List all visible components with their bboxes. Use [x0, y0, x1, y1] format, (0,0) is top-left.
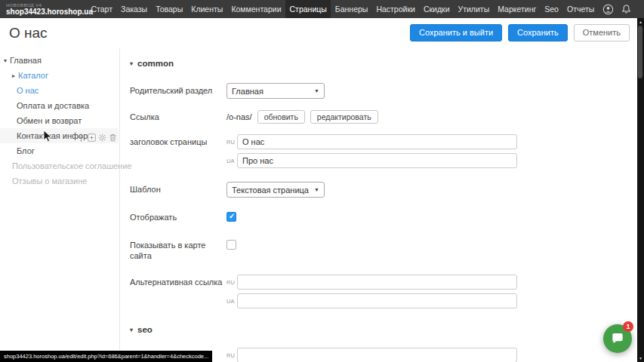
menu-item-reports[interactable]: Отчеты [562, 0, 598, 18]
field-label: Альтернативная ссылка [130, 275, 226, 308]
field-label: Родительский раздел [130, 83, 226, 99]
gear-icon[interactable] [98, 131, 106, 140]
sidebar-item-label: О нас [17, 86, 39, 95]
parent-section-select[interactable]: Главная ▼ [226, 83, 325, 99]
section-collapse-icon[interactable]: ▾ [130, 60, 133, 67]
html-title-input-ru[interactable] [237, 348, 517, 362]
main-menu: Старт Заказы Товары Клиенты Комментарии … [87, 0, 599, 18]
field-label: Ссылка [130, 109, 226, 124]
sidebar-item-contact-info[interactable]: Контактная инфор [0, 128, 119, 143]
sidebar-item-catalog[interactable]: ▸Каталог [0, 68, 119, 83]
chevron-down-icon: ▼ [314, 187, 319, 192]
topbar-icons [602, 4, 644, 15]
sidebar-item-label: Главная [10, 56, 42, 65]
page-title-input-ua[interactable] [237, 153, 517, 168]
section-common[interactable]: ▾common [130, 59, 637, 68]
menu-item-pages[interactable]: Страницы [285, 0, 331, 18]
chevron-down-icon: ▼ [314, 88, 319, 94]
sidebar-item-label: Пользовательское соглашение [12, 161, 131, 170]
header-actions: Сохранить и выйти Сохранить Отменить [410, 24, 630, 41]
scrollbar[interactable]: ▲ ▼ [637, 18, 644, 362]
page-title: О нас [9, 25, 48, 41]
alt-link-input-ua[interactable] [237, 293, 517, 308]
sidebar-item-payment-delivery[interactable]: Оплата и доставка [0, 98, 119, 113]
lang-ru-label: RU [226, 352, 235, 359]
lang-ru-label: RU [226, 139, 235, 146]
chevron-right-icon[interactable]: ▸ [12, 69, 15, 84]
sidebar-item-label: Обмен и возврат [17, 116, 82, 125]
link-row: Ссылка /o-nas/ обновить редактировать [130, 109, 637, 124]
row-tools [75, 131, 117, 140]
page-title-input-ru[interactable] [237, 134, 517, 149]
topbar: НОВОВВОД V4 shop34423.horoshop.ua Старт … [0, 0, 644, 18]
sidebar-item-blog[interactable]: Блог [0, 143, 119, 158]
section-collapse-icon[interactable]: ▾ [130, 327, 133, 333]
update-link-button[interactable]: обновить [257, 110, 305, 124]
move-icon[interactable] [77, 131, 85, 140]
trash-icon[interactable] [109, 131, 117, 140]
menu-item-settings[interactable]: Настройки [372, 0, 420, 18]
scrollbar-thumb[interactable] [638, 26, 642, 78]
scroll-up-icon[interactable]: ▲ [639, 20, 642, 24]
section-seo[interactable]: ▾seo [130, 325, 637, 334]
menu-item-comments[interactable]: Комментарии [227, 0, 285, 18]
notifications-bell-icon[interactable] [621, 4, 632, 15]
pages-tree-sidebar: ▾Главная ▸Каталог О нас Оплата и доставк… [0, 48, 119, 362]
selected-value: Главная [232, 87, 263, 96]
menu-item-start[interactable]: Старт [87, 0, 117, 18]
display-checkbox[interactable] [226, 212, 236, 222]
add-page-icon[interactable] [88, 131, 96, 140]
brand-domain: shop34423.horoshop.ua [6, 8, 87, 16]
sidebar-item-label: Каталог [18, 71, 48, 80]
parent-section-row: Родительский раздел Главная ▼ [130, 83, 637, 99]
field-label: Отображать [130, 210, 226, 223]
edit-link-button[interactable]: редактировать [310, 110, 378, 124]
sidebar-item-label: Оплата и доставка [17, 101, 89, 110]
page-title-row: заголовок страницы RU UA [130, 134, 637, 168]
menu-item-seo[interactable]: Seo [541, 0, 563, 18]
chat-widget-button[interactable]: 1 [603, 324, 632, 353]
section-title: common [137, 59, 174, 68]
sidebar-item-exchange-return[interactable]: Обмен и возврат [0, 113, 119, 128]
selected-value: Текстовая страница [232, 186, 309, 195]
menu-item-discounts[interactable]: Скидки [419, 0, 454, 18]
field-label: Шаблон [130, 182, 226, 198]
menu-item-products[interactable]: Товары [152, 0, 187, 18]
scroll-down-icon[interactable]: ▼ [639, 356, 642, 360]
field-label: Показывать в карте сайта [130, 238, 226, 262]
menu-item-orders[interactable]: Заказы [117, 0, 152, 18]
lang-ru-label: RU [226, 279, 235, 286]
alt-link-row: Альтернативная ссылка RU UA [130, 275, 637, 308]
menu-item-marketing[interactable]: Маркетинг [494, 0, 541, 18]
alt-link-input-ru[interactable] [237, 275, 517, 290]
page-edit-form: ▾common Родительский раздел Главная ▼ Сс… [119, 48, 637, 362]
menu-item-utilities[interactable]: Утилиты [454, 0, 494, 18]
brand-version-label: НОВОВВОД V4 [6, 3, 87, 8]
chat-unread-badge: 1 [623, 321, 633, 332]
save-button[interactable]: Сохранить [508, 24, 568, 41]
menu-item-banners[interactable]: Баннеры [331, 0, 372, 18]
sitemap-checkbox[interactable] [226, 240, 236, 250]
template-row: Шаблон Текстовая страница ▼ [130, 182, 637, 198]
template-select[interactable]: Текстовая страница ▼ [226, 182, 325, 198]
sidebar-item-about[interactable]: О нас [0, 83, 119, 98]
field-label: заголовок страницы [130, 134, 226, 168]
page-header: О нас Сохранить и выйти Сохранить Отмени… [0, 18, 637, 48]
lang-ua-label: UA [226, 158, 235, 164]
sidebar-item-label: Отзывы о магазине [12, 176, 87, 186]
account-icon[interactable] [602, 4, 614, 15]
browser-status-url: shop34423.horoshop.ua/edit/edit.php?id=6… [0, 351, 212, 362]
brand-block[interactable]: НОВОВВОД V4 shop34423.horoshop.ua [0, 3, 87, 16]
chat-icon [610, 331, 625, 346]
save-and-exit-button[interactable]: Сохранить и выйти [410, 24, 502, 41]
sidebar-item-user-agreement[interactable]: Пользовательское соглашение [0, 158, 119, 173]
link-value: /o-nas/ [226, 112, 252, 121]
cancel-button[interactable]: Отменить [574, 24, 630, 41]
sidebar-item-home[interactable]: ▾Главная [0, 53, 119, 68]
lang-ua-label: UA [226, 298, 235, 305]
menu-item-clients[interactable]: Клиенты [187, 0, 227, 18]
display-row: Отображать [130, 210, 637, 223]
sitemap-row: Показывать в карте сайта [130, 238, 637, 262]
sidebar-item-store-reviews[interactable]: Отзывы о магазине [0, 173, 119, 189]
chevron-down-icon[interactable]: ▾ [4, 54, 7, 69]
